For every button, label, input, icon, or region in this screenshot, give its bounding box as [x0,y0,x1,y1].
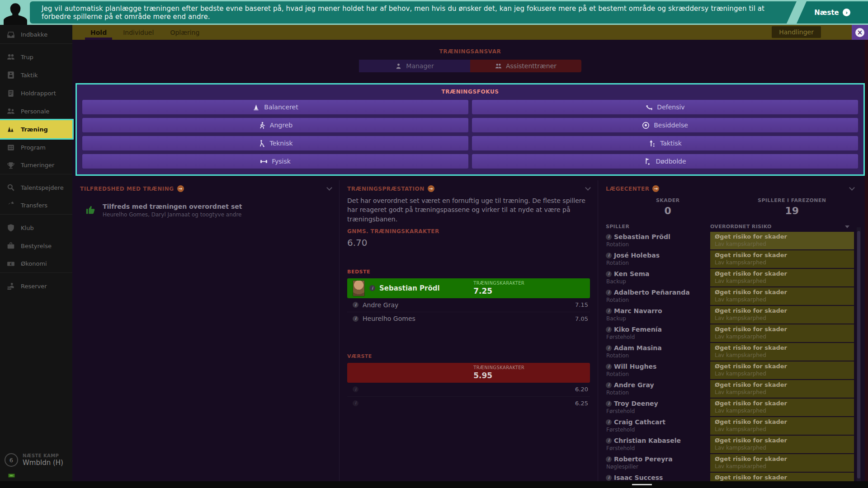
go-to-section-icon[interactable]: → [428,185,434,192]
focus-option-button[interactable]: Teknisk [82,136,468,150]
focus-option-button[interactable]: Besiddelse [472,118,858,132]
close-tutorial-button[interactable]: × [852,25,868,40]
sidebar-item[interactable]: Transfers [0,197,72,215]
competitions-icon [7,161,15,169]
info-icon[interactable]: i [606,234,612,240]
column-header-player[interactable]: SPILLER [606,224,710,230]
horizontal-scrollbar-thumb[interactable] [632,484,652,485]
worst-player-row[interactable]: TRÆNINGSKARAKTER 5.95 [347,363,590,383]
info-icon[interactable]: i [606,253,612,258]
sidebar-item[interactable]: Indbakke [0,26,72,44]
injuries-stat: SKADER 0 [606,197,730,216]
risk-badge: Øget risiko for skader Lav kampskarphed [710,361,854,379]
actions-button[interactable]: Handlinger [772,26,821,38]
risk-zone-stat: SPILLERE I FAREZONEN 19 [730,197,854,216]
risk-badge: Øget risiko for skader Lav kampskarphed [710,232,854,249]
info-icon[interactable]: i [606,327,612,333]
medical-player-row[interactable]: i Roberto Pereyra Nøglespiller Øget risi… [606,454,854,473]
focus-option-button[interactable]: Balanceret [82,100,468,114]
report-icon [7,89,15,97]
rating-label: TRÆNINGSKARAKTER [473,281,524,286]
tab[interactable]: Hold [82,25,115,40]
performance-row[interactable]: i 6.25 [347,396,590,410]
performance-row[interactable]: i 6.20 [347,383,590,396]
sort-dropdown-icon[interactable] [845,225,849,228]
medical-player-row[interactable]: i Will Hughes Rotation Øget risiko for s… [606,361,854,380]
sidebar-item[interactable]: Turneringer [0,156,72,174]
focus-option-button[interactable]: Angreb [82,118,468,132]
sidebar-item[interactable]: Program [0,138,72,156]
info-icon[interactable]: i [606,271,612,277]
info-icon[interactable]: i [606,382,612,388]
medical-player-row[interactable]: i Kiko Femenía Førstehold Øget risiko fo… [606,324,854,343]
scrollbar-track[interactable] [857,227,861,481]
sidebar-item[interactable]: Klub [0,219,72,237]
tab[interactable]: Oplæring [162,25,208,40]
training-responsibility-options: Manager Assistenttræner [72,60,868,72]
info-icon[interactable]: i [353,400,359,406]
go-to-section-icon[interactable]: → [177,185,184,192]
info-icon[interactable]: i [606,364,612,370]
sidebar-item[interactable]: Trup [0,48,72,66]
sidebar-item[interactable]: Taktik [0,66,72,84]
info-icon[interactable]: i [353,316,359,322]
info-icon[interactable]: i [606,419,612,425]
cone-icon [252,103,260,111]
finances-icon: £ [7,260,15,268]
info-icon[interactable]: i [606,308,612,314]
medical-player-row[interactable]: i Adalberto Peñaranda Rotation Øget risi… [606,287,854,306]
corner-flag-icon [644,158,651,165]
responsibility-option-button[interactable]: Manager [359,60,470,72]
sidebar-item[interactable]: Træning [0,120,72,138]
chevron-down-icon[interactable] [326,185,332,191]
performance-row[interactable]: i Heurelho Gomes 7.05 [347,312,590,325]
chevron-down-icon[interactable] [849,185,855,191]
sidebar-item[interactable]: Personale [0,102,72,120]
medical-player-row[interactable]: i Craig Cathcart Førstehold Øget risiko … [606,417,854,436]
info-icon[interactable]: i [606,438,612,444]
info-icon[interactable]: i [606,345,612,351]
medical-player-row[interactable]: i Sebastian Prödl Rotation Øget risiko f… [606,232,854,250]
medical-player-row[interactable]: i Marc Navarro Backup Øget risiko for sk… [606,306,854,324]
sidebar-item[interactable]: Talentspejdere [0,178,72,197]
focus-option-button[interactable]: Fysisk [82,154,468,169]
ball-icon [642,122,650,129]
sidebar-item[interactable]: Res Reserver [0,277,72,295]
medical-player-row[interactable]: i Christian Kabasele Førstehold Øget ris… [606,436,854,454]
info-icon[interactable]: i [353,302,359,308]
next-button[interactable]: Næste › [797,1,868,23]
info-icon[interactable]: i [606,456,612,462]
go-to-section-icon[interactable]: → [652,185,659,192]
info-icon[interactable]: i [606,290,612,296]
training-focus-section: TRÆNINGSFOKUS Balanceret Defensiv Angreb [75,83,865,176]
satisfaction-item[interactable]: Tilfreds med træningen overordnet set He… [80,203,331,218]
performance-row[interactable]: i Andre Gray 7.15 [347,298,590,312]
focus-option-button[interactable]: Dødbolde [472,154,858,169]
best-player-row[interactable]: i Sebastian Prödl TRÆNINGSKARAKTER 7.25 [347,278,590,298]
scouting-icon [7,183,15,192]
medical-player-row[interactable]: i Ken Sema Backup Øget risiko for skader… [606,269,854,287]
info-icon[interactable]: i [369,285,375,291]
next-match-countdown-badge: 6 [5,453,18,467]
sidebar-item[interactable]: Holdrapport [0,84,72,102]
medical-player-row[interactable]: i Troy Deeney Førstehold Øget risiko for… [606,399,854,417]
sidebar-item[interactable]: Bestyrelse [0,237,72,255]
column-header-risk[interactable]: OVERORDNET RISIKO [710,224,772,230]
medical-player-row[interactable]: i Adam Masina Rotation Øget risiko for s… [606,343,854,361]
responsibility-option-button[interactable]: Assistenttræner [470,60,581,72]
medical-player-row[interactable]: i José Holebas Rotation Øget risiko for … [606,250,854,269]
tab[interactable]: Individuel [115,25,162,40]
info-icon[interactable]: i [606,401,612,407]
focus-option-button[interactable]: Defensiv [472,100,858,114]
medical-player-row[interactable]: i Andre Gray Rotation Øget risiko for sk… [606,380,854,399]
sidebar-item[interactable]: £ Økonomi [0,255,72,273]
next-match[interactable]: 6 NÆSTE KAMP Wmbldn (H) [5,453,63,467]
info-icon[interactable]: i [606,475,612,481]
chevron-down-icon[interactable] [585,185,591,191]
performance-panel: TRÆNINGSPRÆSTATION → Det har overordnet … [339,180,598,481]
info-icon[interactable]: i [353,386,359,392]
focus-option-button[interactable]: Taktisk [472,136,858,150]
assistant-avatar-silhouette [4,1,27,25]
medical-player-row[interactable]: i Isaac Success Rotation Øget risiko for… [606,473,854,481]
scrollbar-thumb[interactable] [857,231,860,479]
